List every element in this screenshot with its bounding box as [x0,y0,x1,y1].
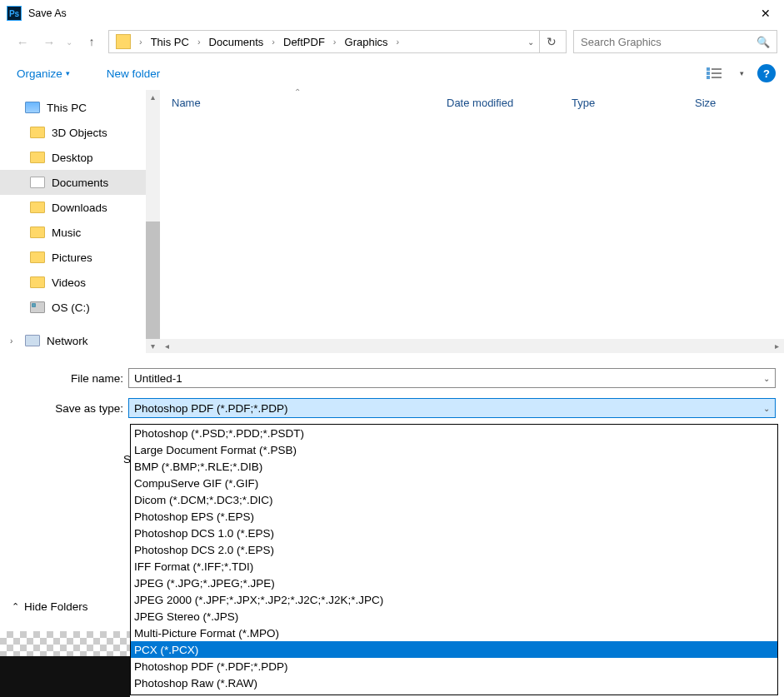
save-type-dropdown-list[interactable]: Photoshop (*.PSD;*.PDD;*.PSDT)Large Docu… [130,424,778,695]
tree-3d-objects[interactable]: 3D Objects [0,120,146,145]
folder-icon [30,127,45,138]
column-date-modified[interactable]: Date modified [435,90,560,116]
tree-os-c[interactable]: OS (C:) [0,295,146,320]
tree-downloads[interactable]: Downloads [0,195,146,220]
new-folder-button[interactable]: New folder [107,67,161,80]
view-button[interactable] [702,63,727,83]
dropdown-option[interactable]: JPEG (*.JPG;*.JPEG;*.JPE) [131,575,777,591]
organize-label: Organize [17,67,62,80]
svg-rect-1 [712,68,722,70]
dropdown-option[interactable]: Photoshop Raw (*.RAW) [131,675,777,691]
file-name-value: Untitled-1 [134,372,182,385]
drive-icon [30,301,45,313]
chevron-down-icon: ▾ [66,69,70,77]
save-type-combo[interactable]: Photoshop PDF (*.PDF;*.PDP) ⌄ [128,398,776,418]
breadcrumb-documents[interactable]: Documents [206,31,267,52]
file-list: ⌃ Name Date modified Type Size ◂ ▸ [160,90,784,353]
svg-rect-5 [712,77,722,78]
back-button[interactable]: ← [10,30,35,53]
file-list-body[interactable] [160,117,784,339]
folder-icon [30,152,45,163]
folder-icon [30,276,45,288]
up-button[interactable]: ↑ [80,30,103,53]
folder-icon [30,177,45,188]
dropdown-option[interactable]: CompuServe GIF (*.GIF) [131,475,777,491]
hide-folders-label: Hide Folders [24,600,88,613]
scroll-track[interactable] [174,339,770,353]
scroll-down-icon[interactable]: ▾ [146,339,160,353]
chevron-icon[interactable]: › [328,37,342,47]
search-box[interactable]: 🔍 [573,30,777,53]
svg-rect-3 [712,72,722,74]
dropdown-option[interactable]: Photoshop (*.PSD;*.PDD;*.PSDT) [131,425,777,441]
breadcrumb-deftpdf[interactable]: DeftPDF [280,31,328,52]
tree-documents[interactable]: Documents [0,170,146,195]
scroll-thumb[interactable] [146,222,160,339]
dropdown-option[interactable]: PCX (*.PCX) [131,641,777,658]
expand-icon[interactable]: › [10,336,12,346]
network-icon [25,335,40,346]
hide-folders-button[interactable]: ⌃ Hide Folders [12,600,88,613]
tree-videos[interactable]: Videos [0,270,146,295]
address-bar[interactable]: › This PC › Documents › DeftPDF › Graphi… [108,30,567,53]
search-icon[interactable]: 🔍 [757,36,770,48]
dropdown-option[interactable]: JPEG Stereo (*.JPS) [131,608,777,625]
dropdown-option[interactable]: Photoshop PDF (*.PDF;*.PDP) [131,658,777,675]
dropdown-option[interactable]: Multi-Picture Format (*.MPO) [131,625,777,641]
dropdown-option[interactable]: Photoshop DCS 1.0 (*.EPS) [131,525,777,541]
recent-dropdown[interactable]: ⌄ [63,30,75,53]
canvas-black-strip [0,656,130,697]
svg-rect-0 [707,67,710,71]
nav-row: ← → ⌄ ↑ › This PC › Documents › DeftPDF … [0,27,784,57]
chevron-down-icon[interactable]: ⌄ [763,374,770,383]
tree-scrollbar[interactable]: ▴ ▾ [146,90,160,353]
help-button[interactable]: ? [757,64,776,82]
scroll-up-icon[interactable]: ▴ [146,90,160,104]
chevron-down-icon[interactable]: ⌄ [763,404,770,413]
dropdown-option[interactable]: Large Document Format (*.PSB) [131,441,777,458]
tree-network[interactable]: ›Network [0,328,146,353]
svg-rect-4 [707,76,710,79]
save-type-label: Save as type: [0,402,128,415]
file-name-input[interactable]: Untitled-1 ⌄ [128,368,776,388]
breadcrumb-graphics[interactable]: Graphics [342,31,392,52]
dropdown-option[interactable]: IFF Format (*.IFF;*.TDI) [131,558,777,575]
folder-icon [116,34,131,49]
dropdown-option[interactable]: JPEG 2000 (*.JPF;*.JPX;*.JP2;*.J2C;*.J2K… [131,591,777,608]
tree-music[interactable]: Music [0,220,146,245]
address-history-dropdown[interactable]: ⌄ [522,37,539,47]
tree-this-pc[interactable]: This PC [0,95,146,120]
file-hscrollbar[interactable]: ◂ ▸ [160,339,784,353]
column-size[interactable]: Size [683,90,784,116]
column-type[interactable]: Type [560,90,683,116]
dropdown-option[interactable]: Dicom (*.DCM;*.DC3;*.DIC) [131,491,777,508]
tree-desktop[interactable]: Desktop [0,145,146,170]
close-button[interactable]: ✕ [747,0,784,27]
dropdown-option[interactable]: BMP (*.BMP;*.RLE;*.DIB) [131,458,777,475]
tree-pictures[interactable]: Pictures [0,245,146,270]
refresh-button[interactable]: ↻ [539,31,562,52]
main-area: This PC 3D Objects Desktop Documents Dow… [0,90,784,353]
folder-icon [30,227,45,238]
view-dropdown[interactable]: ▾ [737,69,747,77]
scroll-left-icon[interactable]: ◂ [160,339,174,353]
dropdown-option[interactable]: Photoshop DCS 2.0 (*.EPS) [131,541,777,558]
pc-icon [25,102,40,113]
save-type-row: Save as type: Photoshop PDF (*.PDF;*.PDP… [0,395,784,421]
svg-rect-2 [707,72,710,75]
forward-button[interactable]: → [37,30,62,53]
chevron-icon[interactable]: › [267,37,280,47]
dropdown-option[interactable]: Photoshop EPS (*.EPS) [131,508,777,525]
breadcrumb-this-pc[interactable]: This PC [147,31,192,52]
organize-menu[interactable]: Organize ▾ [17,67,70,80]
search-input[interactable] [581,36,757,48]
folder-tree: This PC 3D Objects Desktop Documents Dow… [0,90,146,353]
file-name-row: File name: Untitled-1 ⌄ [0,365,784,391]
canvas-transparency-preview [0,631,130,656]
sort-indicator-icon: ⌃ [160,87,435,97]
chevron-icon[interactable]: › [192,37,206,47]
chevron-up-icon: ⌃ [12,601,19,612]
scroll-right-icon[interactable]: ▸ [770,339,784,353]
chevron-icon[interactable]: › [134,37,147,47]
chevron-icon[interactable]: › [392,37,405,47]
